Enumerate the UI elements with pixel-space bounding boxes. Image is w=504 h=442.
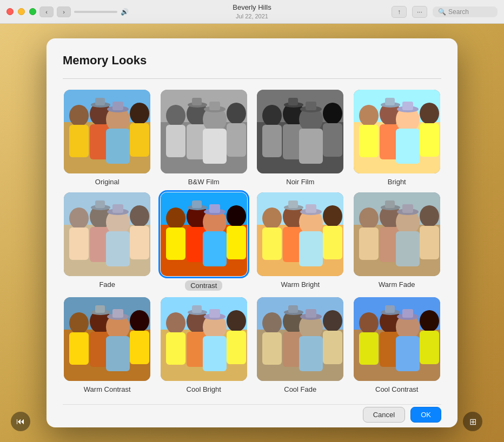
svg-rect-25 bbox=[203, 129, 227, 164]
look-item-warm-bright[interactable]: Warm Bright bbox=[256, 192, 345, 291]
close-button[interactable] bbox=[6, 8, 14, 15]
look-thumb-contrast[interactable] bbox=[161, 192, 247, 276]
look-label-cool-contrast: Cool Contrast bbox=[375, 385, 418, 393]
forward-button[interactable]: › bbox=[57, 6, 71, 17]
toolbar-left: ‹ › 🔊 bbox=[6, 6, 129, 17]
look-label-fade: Fade bbox=[99, 280, 115, 289]
svg-point-26 bbox=[227, 103, 246, 124]
svg-rect-35 bbox=[262, 125, 282, 157]
svg-point-12 bbox=[130, 103, 149, 124]
look-label-warm-contrast: Warm Contrast bbox=[84, 385, 131, 393]
cancel-button[interactable]: Cancel bbox=[363, 407, 405, 423]
svg-point-146 bbox=[262, 312, 282, 334]
look-item-bright[interactable]: Bright bbox=[353, 90, 442, 186]
svg-rect-147 bbox=[262, 332, 282, 365]
svg-rect-129 bbox=[95, 305, 105, 313]
look-thumb-cool-contrast[interactable] bbox=[354, 297, 440, 381]
look-item-warm-contrast[interactable]: Warm Contrast bbox=[63, 297, 152, 393]
look-thumb-warm-contrast[interactable] bbox=[64, 297, 150, 381]
svg-rect-71 bbox=[112, 204, 123, 213]
search-placeholder: Search bbox=[448, 8, 469, 16]
svg-point-54 bbox=[420, 103, 439, 124]
look-thumb-cool-bright[interactable] bbox=[161, 297, 247, 381]
svg-rect-13 bbox=[130, 123, 149, 157]
back-button[interactable]: ‹ bbox=[39, 6, 54, 17]
look-label-noir-film: Noir Film bbox=[286, 178, 314, 186]
svg-rect-111 bbox=[420, 226, 439, 259]
modal-title: Memory Looks bbox=[63, 53, 441, 68]
svg-rect-95 bbox=[299, 231, 323, 266]
svg-rect-141 bbox=[209, 309, 220, 318]
svg-rect-45 bbox=[288, 98, 298, 105]
svg-rect-133 bbox=[166, 332, 185, 365]
search-icon: 🔍 bbox=[438, 8, 446, 16]
svg-point-40 bbox=[323, 103, 342, 124]
grid-button[interactable]: ⊞ bbox=[463, 412, 482, 431]
maximize-button[interactable] bbox=[29, 8, 36, 15]
svg-rect-151 bbox=[299, 336, 323, 371]
look-thumb-bw-film[interactable] bbox=[161, 90, 247, 173]
title-text: Beverly Hills bbox=[233, 3, 271, 12]
look-label-cool-fade: Cool Fade bbox=[284, 385, 316, 393]
svg-point-132 bbox=[166, 312, 185, 334]
svg-rect-59 bbox=[385, 98, 395, 105]
svg-point-104 bbox=[359, 207, 379, 229]
look-item-contrast[interactable]: Contrast bbox=[160, 192, 249, 291]
svg-rect-91 bbox=[262, 227, 282, 260]
svg-rect-113 bbox=[402, 204, 413, 213]
look-label-bright: Bright bbox=[388, 178, 406, 186]
minimize-button[interactable] bbox=[18, 8, 25, 15]
more-button[interactable]: ··· bbox=[412, 6, 427, 18]
svg-rect-57 bbox=[402, 102, 413, 110]
svg-rect-17 bbox=[95, 98, 105, 105]
looks-grid: Original B&W Film bbox=[63, 90, 441, 393]
look-item-bw-film[interactable]: B&W Film bbox=[160, 90, 249, 186]
look-item-fade[interactable]: Fade bbox=[63, 192, 152, 291]
svg-point-6 bbox=[69, 105, 89, 126]
look-item-cool-contrast[interactable]: Cool Contrast bbox=[353, 297, 442, 393]
look-item-noir-film[interactable]: Noir Film bbox=[256, 90, 345, 186]
look-thumb-fade[interactable] bbox=[64, 192, 150, 276]
window-title: Beverly Hills Jul 22, 2021 bbox=[233, 3, 271, 20]
look-item-warm-fade[interactable]: Warm Fade bbox=[353, 192, 442, 291]
svg-rect-101 bbox=[288, 200, 298, 208]
svg-point-34 bbox=[262, 105, 282, 126]
svg-rect-171 bbox=[385, 305, 395, 313]
svg-rect-167 bbox=[420, 331, 439, 364]
svg-rect-157 bbox=[288, 305, 298, 313]
look-thumb-noir-film[interactable] bbox=[257, 90, 343, 173]
svg-rect-137 bbox=[203, 336, 227, 371]
window-bar: ‹ › 🔊 Beverly Hills Jul 22, 2021 ↑ ··· 🔍… bbox=[0, 0, 504, 24]
modal-overlay: Memory Looks Original bbox=[0, 24, 504, 442]
search-bar[interactable]: 🔍 Search bbox=[433, 6, 498, 17]
look-thumb-original[interactable] bbox=[64, 90, 150, 173]
ok-button[interactable]: OK bbox=[410, 407, 441, 423]
progress-slider[interactable] bbox=[74, 11, 117, 13]
look-item-cool-fade[interactable]: Cool Fade bbox=[256, 297, 345, 393]
svg-point-152 bbox=[323, 310, 342, 332]
look-thumb-bright[interactable] bbox=[354, 90, 440, 173]
share-button[interactable]: ↑ bbox=[392, 6, 407, 18]
svg-rect-69 bbox=[130, 226, 149, 259]
look-item-original[interactable]: Original bbox=[63, 90, 152, 186]
look-thumb-warm-bright[interactable] bbox=[257, 192, 343, 276]
svg-rect-87 bbox=[192, 200, 202, 208]
svg-rect-63 bbox=[69, 227, 89, 260]
divider bbox=[63, 78, 441, 79]
svg-rect-155 bbox=[306, 309, 316, 318]
svg-rect-169 bbox=[402, 309, 413, 318]
svg-rect-81 bbox=[203, 231, 227, 266]
look-thumb-cool-fade[interactable] bbox=[257, 297, 343, 381]
svg-point-20 bbox=[166, 105, 185, 126]
svg-rect-83 bbox=[227, 226, 246, 259]
svg-rect-109 bbox=[396, 231, 420, 266]
svg-rect-55 bbox=[420, 123, 439, 157]
svg-rect-105 bbox=[359, 227, 379, 260]
look-thumb-warm-fade[interactable] bbox=[354, 192, 440, 276]
rewind-button[interactable]: ⏮ bbox=[11, 412, 30, 431]
memory-looks-modal: Memory Looks Original bbox=[47, 38, 457, 427]
svg-point-68 bbox=[130, 205, 149, 227]
svg-point-76 bbox=[166, 207, 185, 229]
svg-rect-97 bbox=[323, 226, 342, 259]
look-item-cool-bright[interactable]: Cool Bright bbox=[160, 297, 249, 393]
